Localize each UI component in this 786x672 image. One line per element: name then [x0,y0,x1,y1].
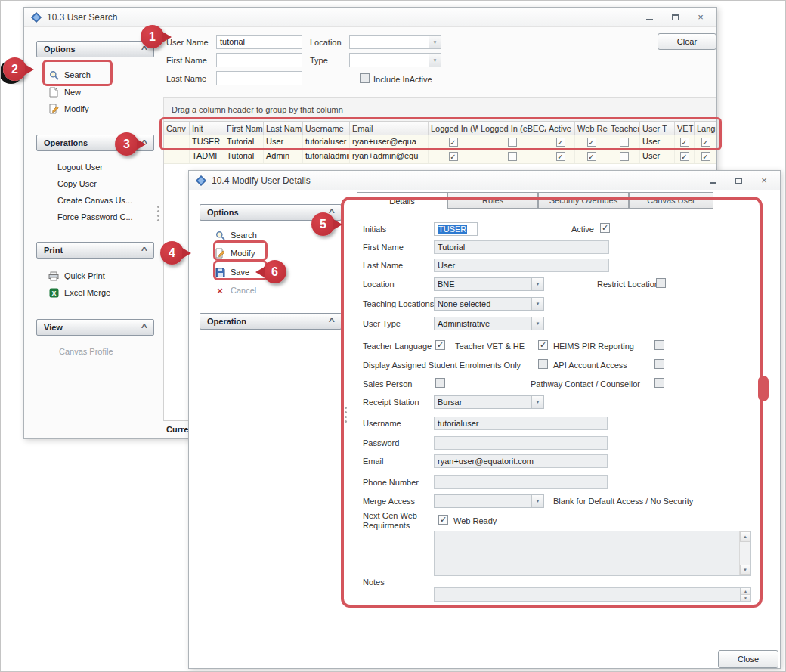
first-name-label: First Name [166,56,207,65]
first-name-input[interactable]: Tutorial [434,240,609,254]
user-name-input[interactable]: tutorial [216,35,302,49]
column-header-email[interactable]: Email [350,122,429,135]
include-inactive-checkbox[interactable] [360,73,370,83]
column-header-vet[interactable]: VET [675,122,695,135]
column-header-web-ready[interactable]: Web Rea [575,122,608,135]
web-ready-checkbox[interactable]: ✓ [438,515,448,525]
type-dropdown[interactable]: ▼ [349,53,441,67]
clear-button[interactable]: Clear [658,33,716,50]
initials-input[interactable]: TUSER [434,222,478,236]
tab-roles[interactable]: Roles [447,192,538,209]
table-row[interactable]: TUSER Tutorial User tutorialuser ryan+us… [164,135,716,150]
tab-label: Details [389,197,415,206]
tab-details[interactable]: Details [357,192,447,209]
last-name-input[interactable] [216,71,302,85]
location-dropdown[interactable]: BNE ▼ [434,277,544,291]
sidebar-item-create-canvas-user[interactable]: Create Canvas Us... [57,194,132,207]
merge-access-dropdown[interactable]: ▼ [434,494,544,508]
receipt-station-dropdown[interactable]: Bursar ▼ [434,395,544,409]
column-header-active[interactable]: Active [546,122,575,135]
minimize-button[interactable] [707,176,718,185]
sidebar-item-modify[interactable]: Modify [215,246,255,260]
dropdown-button[interactable]: ▼ [531,278,543,290]
cell-web-ready: ✓ [575,150,608,163]
dropdown-button[interactable]: ▼ [531,298,543,310]
username-input[interactable]: tutorialuser [434,417,608,430]
last-name-input[interactable]: User [434,259,609,272]
user-type-dropdown[interactable]: Administrative ▼ [434,317,544,330]
scroll-up-icon[interactable]: ▲ [740,531,750,542]
column-header-init[interactable]: Init [190,122,224,135]
sales-person-checkbox[interactable] [435,378,445,388]
dropdown-button[interactable]: ▼ [429,54,441,67]
splitter-handle[interactable] [157,206,160,224]
group-by-hint-bar[interactable]: Drag a column header to group by that co… [163,97,716,122]
table-row[interactable]: TADMI Tutorial Admin tutorialadmin ryan+… [164,150,716,164]
operation-group-header[interactable]: Operation ^ [200,313,342,330]
dropdown-arrow-icon: ▼ [433,40,438,45]
first-name-input[interactable] [216,53,302,67]
dropdown-button[interactable]: ▼ [531,396,543,408]
maximize-button[interactable] [733,176,744,185]
options-group-header[interactable]: Options ^ [36,41,154,57]
dropdown-button[interactable]: ▼ [531,495,543,507]
sidebar-item-canvas-profile[interactable]: Canvas Profile [59,345,113,358]
column-header-canvas[interactable]: Canv▼ [164,122,190,135]
active-checkbox[interactable]: ✓ [600,223,610,233]
splitter-handle[interactable] [345,407,348,425]
dropdown-button[interactable]: ▼ [429,36,441,48]
sidebar-item-new[interactable]: New [48,85,81,99]
sidebar-item-excel-merge[interactable]: X Excel Merge [48,286,110,299]
sidebar-item-force-password[interactable]: Force Password C... [57,210,133,224]
column-header-logged-in-ebecas[interactable]: Logged In (eBECAS [478,122,546,135]
teacher-language-checkbox[interactable]: ✓ [435,340,445,350]
heims-pir-checkbox[interactable] [654,340,664,350]
sidebar-item-logout-user[interactable]: Logout User [57,160,103,174]
printer-icon [48,271,59,281]
notes-scrollbar[interactable]: ▲ ▼ [739,531,750,575]
column-header-teacher[interactable]: Teacher [608,122,640,135]
pathway-contact-checkbox[interactable] [654,378,664,388]
scroll-down-icon[interactable]: ▼ [740,565,750,575]
notes-input[interactable]: ▲ ▼ [434,587,751,602]
tab-canvas-user[interactable]: Canvas User [629,192,713,209]
restrict-location-checkbox[interactable] [656,278,666,288]
email-input[interactable]: ryan+user@equatorit.com [434,454,608,468]
sidebar-item-search[interactable]: Search [215,228,257,242]
sidebar-item-cancel[interactable]: × Cancel [215,283,256,297]
notes-spinner[interactable]: ▲ ▼ [740,588,750,601]
cell [164,135,190,149]
nextgen-notes-textarea[interactable]: ▲ ▼ [434,531,751,576]
teacher-vet-checkbox[interactable]: ✓ [538,340,548,350]
sidebar-item-modify[interactable]: Modify [48,102,88,116]
password-input[interactable] [434,436,608,450]
api-access-checkbox[interactable] [654,359,664,369]
spin-down-icon[interactable]: ▼ [741,595,750,601]
teaching-locations-dropdown[interactable]: None selected ▼ [434,297,544,311]
svg-text:X: X [51,289,56,296]
close-dialog-button[interactable]: Close [718,650,778,668]
sidebar-item-label: Search [231,231,257,240]
sidebar-item-search[interactable]: Search [48,68,91,82]
sidebar-item-save[interactable]: Save [215,265,249,279]
spin-up-icon[interactable]: ▲ [741,588,750,595]
column-header-username[interactable]: Username [303,122,350,135]
column-header-first-name[interactable]: First Nam [224,122,264,135]
view-group-header[interactable]: View ^ [36,319,154,336]
close-button[interactable]: × [759,176,769,185]
dropdown-button[interactable]: ▼ [531,317,543,330]
print-group-header[interactable]: Print ^ [36,242,154,259]
location-dropdown[interactable]: ▼ [349,35,441,49]
tab-security-overrides[interactable]: Security Overrides [538,192,629,209]
column-header-language[interactable]: Langua [695,122,716,135]
maximize-button[interactable] [670,13,680,22]
sidebar-item-quick-print[interactable]: Quick Print [48,269,105,283]
sidebar-item-copy-user[interactable]: Copy User [57,177,97,190]
column-header-user-type[interactable]: User T [640,122,675,135]
phone-number-input[interactable] [434,475,608,489]
minimize-button[interactable] [644,13,654,22]
column-header-last-name[interactable]: Last Name [264,122,303,135]
column-header-logged-in-web[interactable]: Logged In (W [429,122,478,135]
close-button[interactable]: × [695,13,706,22]
display-assigned-checkbox[interactable] [538,359,548,369]
